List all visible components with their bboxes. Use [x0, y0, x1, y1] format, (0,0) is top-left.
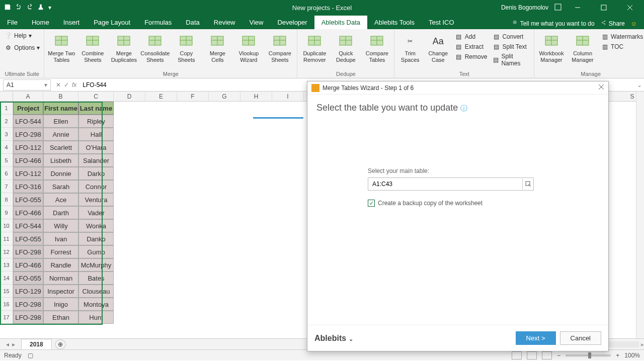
- table-cell[interactable]: Annie: [43, 128, 78, 141]
- tab-home[interactable]: Home: [25, 16, 56, 29]
- table-cell[interactable]: O'Hara: [78, 141, 114, 154]
- undo-icon[interactable]: [15, 4, 22, 12]
- table-cell[interactable]: Clouseau: [78, 285, 114, 298]
- table-cell[interactable]: Willy: [43, 219, 78, 232]
- page-break-view-button[interactable]: [542, 351, 552, 359]
- select-all-corner[interactable]: [0, 92, 13, 102]
- table-cell[interactable]: Ventura: [78, 193, 114, 206]
- tab-review[interactable]: Review: [207, 16, 243, 29]
- row-header[interactable]: 9: [0, 206, 13, 219]
- normal-view-button[interactable]: [512, 351, 522, 359]
- help-info-icon[interactable]: ⓘ: [460, 104, 467, 112]
- table-cell[interactable]: Hunt: [78, 311, 114, 324]
- add-button[interactable]: ▤Add: [454, 32, 489, 41]
- cancel-formula-icon[interactable]: ✕: [56, 81, 61, 88]
- row-header[interactable]: 6: [0, 167, 13, 180]
- row-header[interactable]: 11: [0, 232, 13, 245]
- column-header[interactable]: C: [78, 92, 114, 101]
- range-select-icon[interactable]: [522, 178, 533, 190]
- vlookup-wizard-button[interactable]: Vlookup Wizard: [234, 31, 263, 63]
- table-cell[interactable]: Randle: [43, 258, 78, 272]
- cancel-button[interactable]: Cancel: [560, 331, 601, 345]
- tab-ablebits-data[interactable]: Ablebits Data: [314, 16, 367, 29]
- trim-spaces-button[interactable]: ✂Trim Spaces: [397, 31, 423, 63]
- table-cell[interactable]: Wonka: [78, 219, 114, 232]
- table-cell[interactable]: Forrest: [43, 245, 78, 258]
- tab-page-layout[interactable]: Page Layout: [87, 16, 137, 29]
- table-cell[interactable]: LFO-298: [13, 245, 43, 258]
- tab-view[interactable]: View: [242, 16, 270, 29]
- table-cell[interactable]: Norman: [43, 272, 78, 285]
- dialog-close-button[interactable]: [598, 84, 604, 92]
- maximize-button[interactable]: [594, 2, 614, 14]
- table-cell[interactable]: Ethan: [43, 311, 78, 324]
- share-button[interactable]: Share: [601, 20, 625, 27]
- options-button[interactable]: ⚙Options ▾: [3, 43, 41, 52]
- sheet-nav-next-icon[interactable]: ▸: [12, 341, 15, 348]
- backup-checkbox[interactable]: ✓: [368, 200, 375, 207]
- zoom-out-button[interactable]: −: [557, 352, 560, 359]
- table-cell[interactable]: Gump: [78, 245, 114, 258]
- column-header[interactable]: F: [177, 92, 209, 101]
- watermarks-button[interactable]: ▥Watermarks: [600, 32, 644, 41]
- smiley-icon[interactable]: ☺: [631, 20, 637, 27]
- page-layout-view-button[interactable]: [527, 351, 537, 359]
- row-header[interactable]: 4: [0, 141, 13, 154]
- row-header[interactable]: 16: [0, 298, 13, 311]
- column-header[interactable]: D: [114, 92, 145, 101]
- table-cell[interactable]: LFO-129: [13, 285, 43, 298]
- compare-sheets-button[interactable]: Compare Sheets: [266, 31, 294, 63]
- column-header[interactable]: H: [240, 92, 272, 101]
- tab-ablebits-tools[interactable]: Ablebits Tools: [367, 16, 422, 29]
- table-header-cell[interactable]: Last name: [78, 102, 114, 115]
- table-cell[interactable]: Sarah: [43, 180, 78, 193]
- column-header[interactable]: I: [272, 92, 304, 101]
- minimize-button[interactable]: [568, 2, 588, 14]
- extract-button[interactable]: ▤Extract: [454, 42, 489, 51]
- table-cell[interactable]: LFO-466: [13, 258, 43, 272]
- table-cell[interactable]: Hall: [78, 128, 114, 141]
- table-cell[interactable]: Scarlett: [43, 141, 78, 154]
- workbook-manager-button[interactable]: Workbook Manager: [537, 31, 566, 63]
- tab-test-ico[interactable]: Test ICO: [422, 16, 461, 29]
- table-cell[interactable]: LFO-055: [13, 272, 43, 285]
- row-header[interactable]: 13: [0, 258, 13, 272]
- compare-tables-button[interactable]: Compare Tables: [363, 31, 391, 63]
- row-header[interactable]: 2: [0, 115, 13, 128]
- zoom-level[interactable]: 100%: [624, 352, 640, 359]
- row-header[interactable]: 15: [0, 285, 13, 298]
- table-cell[interactable]: LFO-298: [13, 128, 43, 141]
- column-header[interactable]: A: [13, 92, 43, 101]
- tab-data[interactable]: Data: [179, 16, 206, 29]
- next-button[interactable]: Next >: [516, 331, 556, 345]
- remove-button[interactable]: ▤Remove: [454, 52, 489, 61]
- expand-formula-icon[interactable]: ⌄: [635, 81, 644, 88]
- macro-record-icon[interactable]: ▢: [28, 352, 33, 359]
- user-name[interactable]: Denis Bogomolov: [501, 4, 548, 11]
- duplicate-remover-button[interactable]: Duplicate Remover: [300, 31, 329, 63]
- sheet-tab-active[interactable]: 2018: [21, 339, 52, 349]
- zoom-in-button[interactable]: +: [616, 352, 619, 359]
- table-cell[interactable]: Lisbeth: [43, 154, 78, 167]
- save-icon[interactable]: [4, 4, 11, 12]
- consolidate-sheets-button[interactable]: Consolidate Sheets: [141, 31, 169, 63]
- tell-me[interactable]: Tell me what you want to do: [512, 20, 595, 27]
- new-sheet-button[interactable]: ⊕: [55, 339, 66, 349]
- table-cell[interactable]: LFO-112: [13, 167, 43, 180]
- row-header[interactable]: 10: [0, 219, 13, 232]
- column-manager-button[interactable]: Column Manager: [569, 31, 597, 63]
- row-header[interactable]: 17: [0, 311, 13, 324]
- split-names-button[interactable]: ▤Split Names: [491, 52, 531, 67]
- table-cell[interactable]: Danko: [78, 232, 114, 245]
- table-cell[interactable]: Ivan: [43, 232, 78, 245]
- change-case-button[interactable]: AaChange Case: [426, 31, 451, 63]
- vertical-scrollbar[interactable]: [636, 92, 644, 338]
- table-cell[interactable]: Inspector: [43, 285, 78, 298]
- tab-file[interactable]: File: [0, 16, 25, 29]
- table-cell[interactable]: LFO-466: [13, 206, 43, 219]
- convert-button[interactable]: ▤Convert: [491, 32, 531, 41]
- copy-sheets-button[interactable]: Copy Sheets: [172, 31, 200, 63]
- toc-button[interactable]: ▥TOC: [600, 42, 644, 51]
- table-cell[interactable]: Bates: [78, 272, 114, 285]
- column-header[interactable]: B: [43, 92, 78, 101]
